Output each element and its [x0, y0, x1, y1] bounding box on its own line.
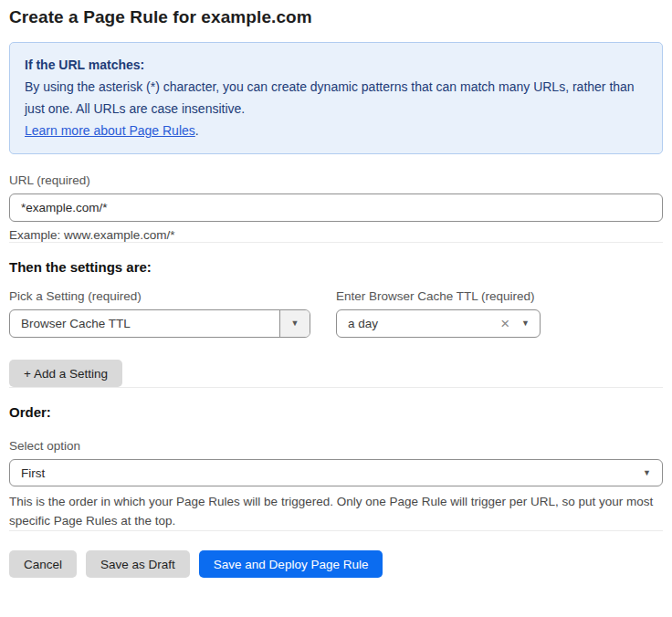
- url-input[interactable]: [9, 193, 663, 222]
- order-helper-text: This is the order in which your Page Rul…: [9, 492, 663, 530]
- clear-icon[interactable]: ×: [500, 316, 509, 331]
- chevron-down-icon: ▼: [521, 319, 530, 328]
- divider: [9, 387, 663, 388]
- setting-picker-value: Browser Cache TTL: [10, 310, 279, 337]
- ttl-picker-column: Enter Browser Cache TTL (required) a day…: [336, 275, 541, 338]
- learn-more-link[interactable]: Learn more about Page Rules: [25, 123, 195, 138]
- url-field-label: URL (required): [9, 173, 663, 187]
- chevron-down-icon: ▼: [291, 319, 299, 328]
- url-match-info-box: If the URL matches: By using the asteris…: [9, 42, 663, 154]
- order-dropdown[interactable]: First ▼: [9, 459, 663, 486]
- order-dropdown-value: First: [21, 466, 643, 480]
- cancel-button[interactable]: Cancel: [9, 550, 77, 578]
- create-page-rule-form: Create a Page Rule for example.com If th…: [0, 0, 672, 578]
- divider: [9, 530, 663, 531]
- setting-picker-label: Pick a Setting (required): [9, 289, 310, 303]
- chevron-down-icon: ▼: [643, 469, 651, 477]
- ttl-picker-label: Enter Browser Cache TTL (required): [336, 289, 541, 303]
- save-and-deploy-button[interactable]: Save and Deploy Page Rule: [199, 550, 383, 578]
- order-section-heading: Order:: [9, 404, 663, 420]
- info-box-heading: If the URL matches:: [25, 54, 647, 76]
- add-setting-button[interactable]: + Add a Setting: [9, 360, 122, 387]
- settings-row: Pick a Setting (required) Browser Cache …: [9, 275, 663, 338]
- settings-section-heading: Then the settings are:: [9, 259, 663, 275]
- url-field-helper: Example: www.example.com/*: [9, 228, 663, 242]
- setting-picker-dropdown[interactable]: Browser Cache TTL ▼: [9, 309, 310, 338]
- page-title: Create a Page Rule for example.com: [9, 7, 663, 27]
- ttl-picker-value: a day: [348, 317, 500, 330]
- info-box-body: By using the asterisk (*) character, you…: [25, 76, 647, 120]
- order-select-label: Select option: [9, 439, 663, 453]
- setting-picker-arrow-button[interactable]: ▼: [279, 310, 310, 337]
- setting-picker-column: Pick a Setting (required) Browser Cache …: [9, 275, 310, 338]
- save-as-draft-button[interactable]: Save as Draft: [86, 550, 190, 578]
- divider: [9, 242, 663, 243]
- ttl-picker-dropdown[interactable]: a day × ▼: [336, 309, 541, 338]
- link-suffix: .: [195, 123, 199, 138]
- info-box-link-line: Learn more about Page Rules.: [25, 120, 647, 141]
- footer-actions: Cancel Save as Draft Save and Deploy Pag…: [9, 550, 663, 578]
- info-box-body-text: By using the asterisk (*) character, you…: [25, 79, 635, 116]
